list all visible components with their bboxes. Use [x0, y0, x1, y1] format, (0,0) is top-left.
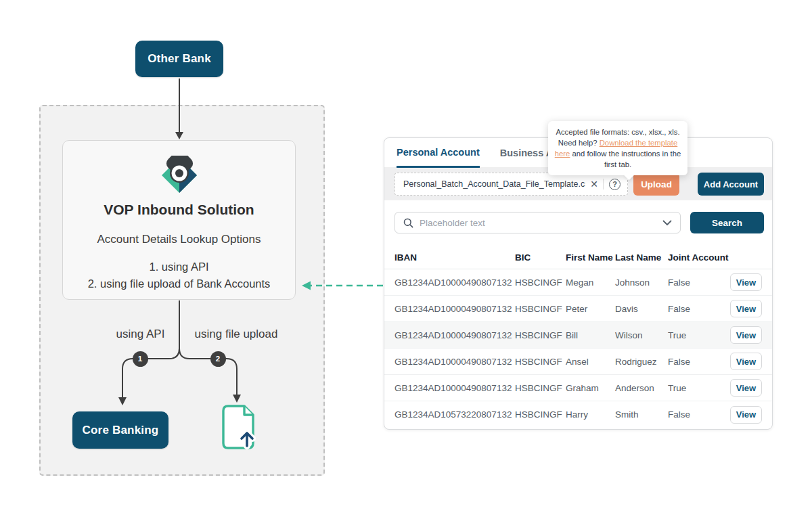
- view-button[interactable]: View: [730, 273, 762, 291]
- help-icon[interactable]: ?: [609, 179, 621, 190]
- cell-last-name: Smith: [615, 409, 668, 420]
- cell-first-name: Peter: [566, 304, 615, 314]
- cell-first-name: Harry: [566, 409, 615, 420]
- cell-bic: HSBCINGF: [515, 357, 566, 367]
- view-button[interactable]: View: [730, 379, 762, 397]
- view-button[interactable]: View: [730, 353, 762, 370]
- table-row: GB1234AD10573220807132 HSBCINGF Harry Sm…: [384, 401, 772, 428]
- file-upload-icon: [219, 403, 257, 453]
- tab-personal-account[interactable]: Personal Account: [397, 138, 480, 168]
- other-bank-node: Other Bank: [135, 41, 223, 77]
- clear-file-icon[interactable]: ✕: [585, 179, 603, 189]
- column-header-first-name: First Name: [566, 252, 615, 263]
- other-bank-label: Other Bank: [148, 52, 211, 66]
- table-row: GB1234AD10000490807132 HSBCINGF Ansel Ro…: [384, 349, 772, 375]
- cell-first-name: Graham: [566, 383, 615, 393]
- vop-logo-icon: [160, 156, 199, 195]
- vop-option-2: 2. using file upload of Bank Accounts: [63, 275, 295, 292]
- cell-joint-account: False: [668, 304, 730, 314]
- column-header-last-name: Last Name: [615, 252, 668, 263]
- table-body: GB1234AD10000490807132 HSBCINGF Megan Jo…: [384, 269, 772, 428]
- search-input[interactable]: [420, 218, 662, 228]
- field-divider: [603, 179, 604, 189]
- cell-bic: HSBCINGF: [515, 330, 566, 340]
- cell-bic: HSBCINGF: [515, 383, 566, 393]
- chevron-down-icon[interactable]: [662, 220, 672, 226]
- add-account-button[interactable]: Add Account: [698, 173, 764, 196]
- cell-joint-account: False: [668, 357, 730, 367]
- vop-title: VOP Inbound Solution: [63, 202, 295, 218]
- table-header: IBAN BIC First Name Last Name Joint Acco…: [384, 246, 772, 269]
- vop-option-1: 1. using API: [63, 259, 295, 275]
- cell-iban: GB1234AD10000490807132: [394, 304, 515, 314]
- file-upload-field[interactable]: Personal_Batch_Account_Data_File_Templat…: [394, 173, 628, 196]
- table-row: GB1234AD10000490807132 HSBCINGF Megan Jo…: [384, 269, 772, 296]
- cell-last-name: Rodriguez: [615, 357, 668, 367]
- branch-label-api: using API: [108, 328, 173, 341]
- vop-solution-box: VOP Inbound Solution Account Details Loo…: [62, 140, 296, 300]
- cell-last-name: Wilson: [615, 330, 668, 340]
- cell-iban: GB1234AD10000490807132: [394, 357, 515, 367]
- search-button[interactable]: Search: [690, 212, 764, 233]
- page: Other Bank VOP Inbound Solution Account …: [0, 0, 812, 515]
- cell-last-name: Anderson: [615, 383, 668, 393]
- core-banking-node: Core Banking: [72, 411, 168, 449]
- cell-iban: GB1234AD10000490807132: [394, 330, 515, 340]
- cell-last-name: Davis: [615, 304, 668, 314]
- tooltip-text-after: and follow the instructions in the first…: [570, 150, 681, 169]
- account-management-panel: Personal Account Business Account Person…: [384, 137, 773, 430]
- cell-bic: HSBCINGF: [515, 277, 566, 288]
- cell-last-name: Johnson: [615, 277, 668, 288]
- cell-bic: HSBCINGF: [515, 409, 566, 420]
- accounts-table: IBAN BIC First Name Last Name Joint Acco…: [384, 246, 772, 428]
- cell-joint-account: False: [668, 409, 730, 420]
- cell-iban: GB1234AD10000490807132: [394, 383, 515, 393]
- uploaded-file-name: Personal_Batch_Account_Data_File_Templat…: [403, 179, 585, 189]
- table-row: GB1234AD10000490807132 HSBCINGF Bill Wil…: [384, 322, 772, 349]
- search-icon: [403, 218, 413, 228]
- upload-button[interactable]: Upload: [633, 173, 679, 196]
- table-row: GB1234AD10000490807132 HSBCINGF Peter Da…: [384, 296, 772, 322]
- column-header-iban: IBAN: [394, 252, 515, 263]
- view-button[interactable]: View: [730, 326, 762, 344]
- column-header-bic: BIC: [515, 252, 566, 263]
- column-header-joint-account: Joint Account: [668, 252, 730, 263]
- branch-number-2-badge: 2: [210, 351, 226, 367]
- cell-first-name: Ansel: [566, 357, 615, 367]
- cell-joint-account: True: [668, 383, 730, 393]
- cell-joint-account: False: [668, 277, 730, 288]
- search-box[interactable]: [394, 212, 681, 233]
- cell-first-name: Bill: [566, 330, 615, 340]
- upload-help-tooltip: Accepted file formats: csv., xlsx., xls.…: [548, 121, 687, 175]
- cell-iban: GB1234AD10573220807132: [394, 409, 515, 420]
- cell-joint-account: True: [668, 330, 730, 340]
- core-banking-label: Core Banking: [83, 424, 159, 437]
- table-row: GB1234AD10000490807132 HSBCINGF Graham A…: [384, 375, 772, 401]
- view-button[interactable]: View: [730, 406, 762, 424]
- cell-first-name: Megan: [566, 277, 615, 288]
- vop-subtitle: Account Details Lookup Options: [63, 233, 295, 246]
- branch-number-1-badge: 1: [133, 351, 148, 367]
- cell-iban: GB1234AD10000490807132: [394, 277, 515, 288]
- branch-label-file-upload: using file upload: [188, 328, 284, 341]
- cell-bic: HSBCINGF: [515, 304, 566, 314]
- view-button[interactable]: View: [730, 300, 762, 317]
